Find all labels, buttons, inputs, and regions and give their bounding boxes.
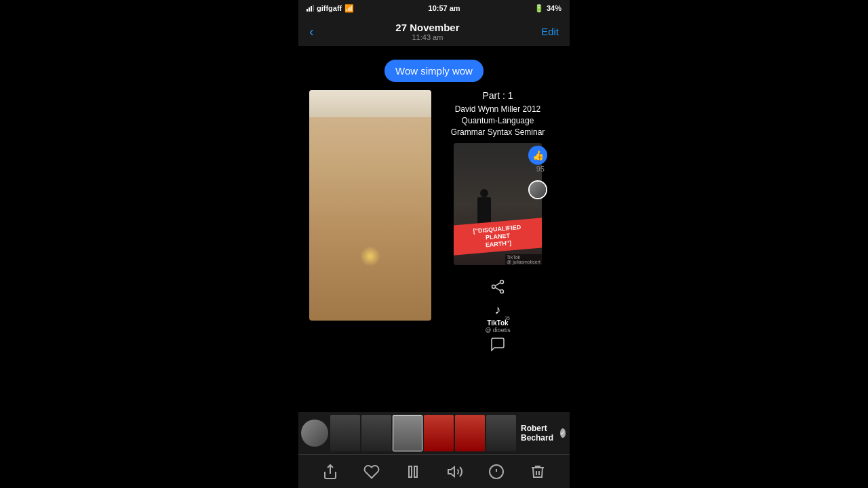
nav-date: 27 November	[395, 22, 459, 33]
thumb-inner-3	[393, 415, 422, 451]
profile-thumbnail[interactable]	[301, 420, 328, 447]
light-effect	[360, 246, 380, 266]
status-bar: giffgaff 📶 10:57 am 🔋 34%	[298, 0, 570, 16]
tiktok-handle-text: @ dioetis	[485, 327, 511, 333]
like-count: 95	[536, 165, 545, 173]
avatar-inner	[530, 182, 546, 198]
phone-frame: giffgaff 📶 10:57 am 🔋 34% ‹ 27 November …	[298, 0, 570, 488]
svg-rect-7	[414, 466, 417, 477]
bottom-strip: Robert Bechard ✓ Follow	[298, 412, 570, 454]
share-area: ♪ 35 TikTok @ dioetis	[485, 276, 511, 352]
trash-toolbar-icon	[530, 464, 546, 480]
desc-line1: David Wynn Miller 2012	[455, 104, 541, 114]
user-follow-area: Robert Bechard ✓ Follow	[521, 424, 570, 443]
right-content: Part : 1 David Wynn Miller 2012 Quantum-…	[437, 90, 559, 352]
thumb-item-6[interactable]	[486, 415, 516, 451]
thumb-inner-4	[424, 415, 454, 451]
battery-icon: 🔋	[534, 4, 544, 13]
share-icon	[490, 279, 506, 295]
trash-toolbar-button[interactable]	[528, 462, 547, 481]
comment-icon-area[interactable]	[490, 336, 506, 352]
ceiling-area	[309, 90, 431, 117]
carrier-text: giffgaff	[317, 4, 342, 12]
pause-toolbar-icon	[405, 464, 421, 480]
thumb-item-5[interactable]	[455, 415, 485, 451]
heart-toolbar-button[interactable]	[362, 462, 381, 481]
signal-icon	[307, 5, 314, 12]
post-area: Part : 1 David Wynn Miller 2012 Quantum-…	[309, 90, 559, 352]
post-description: David Wynn Miller 2012 Quantum-Language …	[451, 104, 545, 138]
share-toolbar-icon	[322, 464, 338, 480]
share-count: 35	[505, 316, 510, 321]
tiktok-video-bg: ["DISQUALIFIED PLANET EARTH"]	[454, 143, 542, 265]
message-bubble-container: Wow simply wow	[298, 60, 570, 82]
svg-point-2	[500, 290, 504, 293]
svg-point-0	[500, 281, 504, 284]
wifi-icon: 📶	[344, 4, 354, 13]
thumb-item-3-highlight[interactable]	[393, 415, 422, 451]
thumb-inner-1	[330, 415, 360, 451]
tiktok-logo: ♪ 35	[488, 300, 507, 319]
nav-time: 11:43 am	[395, 33, 459, 41]
tiktok-preview[interactable]: ["DISQUALIFIED PLANET EARTH"] TikTok @ j…	[454, 143, 542, 265]
profile-thumb-inner	[301, 420, 328, 447]
thumb-inner-6	[486, 415, 516, 451]
svg-line-3	[495, 283, 500, 286]
thumb-item-4[interactable]	[424, 415, 454, 451]
message-bubble: Wow simply wow	[384, 60, 484, 82]
status-left: giffgaff 📶	[307, 4, 354, 13]
tiktok-logo-icon: ♪	[495, 303, 501, 317]
tiktok-logo-area: ♪ 35 TikTok @ dioetis	[485, 300, 511, 333]
thumb-item-1[interactable]	[330, 415, 360, 451]
bottom-toolbar	[298, 454, 570, 488]
nav-title: 27 November 11:43 am	[395, 22, 459, 41]
volume-toolbar-icon	[447, 464, 463, 480]
info-toolbar-icon	[488, 464, 505, 480]
battery-percent: 34%	[547, 4, 561, 12]
username-text: Robert Bechard	[521, 424, 557, 443]
svg-rect-6	[409, 466, 412, 477]
pause-toolbar-button[interactable]	[403, 462, 422, 481]
thumb-item-2[interactable]	[361, 415, 391, 451]
share-icon-container[interactable]	[487, 276, 509, 298]
person-head	[480, 189, 488, 197]
verified-icon: ✓	[560, 428, 566, 438]
status-right: 🔋 34%	[534, 4, 561, 13]
share-toolbar-button[interactable]	[321, 462, 340, 481]
person-figure	[477, 197, 491, 224]
username-row: Robert Bechard ✓	[521, 424, 566, 443]
back-button[interactable]: ‹	[309, 24, 314, 39]
volume-toolbar-button[interactable]	[446, 462, 465, 481]
nav-bar: ‹ 27 November 11:43 am Edit	[298, 16, 570, 46]
desc-line2: Quantum-Language	[462, 116, 534, 125]
svg-marker-8	[448, 467, 454, 476]
edit-button[interactable]: Edit	[541, 26, 559, 37]
like-button[interactable]: 👍	[528, 146, 547, 165]
tiktok-preview-container: ["DISQUALIFIED PLANET EARTH"] TikTok @ j…	[454, 143, 542, 265]
left-image	[309, 90, 431, 321]
tiktok-watermark: TikTok @ juliasmoticert	[505, 254, 542, 265]
heart-toolbar-icon	[363, 464, 380, 480]
info-toolbar-button[interactable]	[487, 462, 506, 481]
thumb-grid	[330, 415, 516, 451]
thumb-inner-2	[361, 415, 391, 451]
svg-line-4	[495, 288, 500, 291]
svg-point-1	[492, 285, 496, 289]
main-content: Wow simply wow Part : 1 David Wynn Mille…	[298, 46, 570, 412]
red-banner: ["DISQUALIFIED PLANET EARTH"]	[454, 218, 542, 256]
part-label: Part : 1	[482, 90, 513, 101]
red-banner-text: ["DISQUALIFIED PLANET EARTH"]	[454, 222, 542, 251]
status-time: 10:57 am	[429, 4, 460, 12]
avatar-circle	[528, 180, 547, 199]
desc-line3: Grammar Syntax Seminar	[451, 127, 545, 137]
comment-icon	[490, 336, 506, 352]
thumb-inner-5	[455, 415, 485, 451]
thumbs-up-icon: 👍	[532, 150, 544, 161]
